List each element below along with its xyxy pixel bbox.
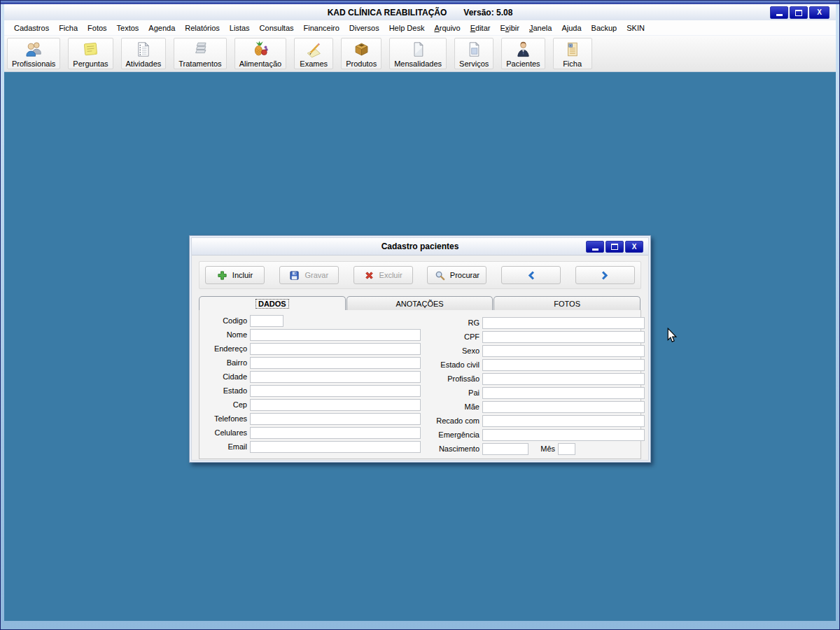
cep-input[interactable] [250,399,421,411]
dialog-minimize-button[interactable] [586,241,604,253]
menu-item-listas[interactable]: Listas [225,22,255,34]
previous-record-button[interactable] [501,266,561,284]
mes-input[interactable] [558,443,575,455]
minimize-button[interactable] [770,6,788,19]
field-label-email: Email [204,442,250,451]
save-icon [289,270,300,281]
bairro-input[interactable] [250,357,421,369]
email-input[interactable] [250,441,421,453]
menu-item-diversos[interactable]: Diversos [344,22,384,34]
tab-label: FOTOS [554,300,580,308]
rg-input[interactable] [482,317,645,329]
toolbar-button-tratamentos[interactable]: Tratamentos [174,38,226,69]
toolbar-button-exames[interactable]: Exames [294,38,333,69]
recado-com-input[interactable] [482,415,645,427]
procurar-button[interactable]: Procurar [427,266,486,284]
button-label: Excluir [379,271,402,279]
cidade-input[interactable] [250,371,421,383]
search-icon [435,270,445,281]
toolbar-button-mensalidades[interactable]: Mensalidades [389,38,447,69]
incluir-button[interactable]: Incluir [205,266,265,284]
field-label-telefones: Telefones [204,414,250,423]
toolbar-button-servicos[interactable]: Serviços [454,38,493,69]
toolbar-button-atividades[interactable]: Atividades [121,38,167,69]
maximize-button[interactable] [790,6,808,19]
estado-civil-input[interactable] [482,359,645,371]
dialog-close-button[interactable]: X [625,241,643,253]
field-label-bairro: Bairro [204,358,250,367]
toolbar-button-perguntas[interactable]: Perguntas [68,38,113,69]
menu-item-textos[interactable]: Textos [112,22,144,34]
fruit-icon [251,40,270,59]
endereco-input[interactable] [250,343,421,355]
toolbar-button-alimentacao[interactable]: Alimentação [234,38,287,69]
dialog-maximize-button[interactable] [606,241,624,253]
menu-item-label: Listas [230,24,250,32]
next-record-button[interactable] [575,266,635,284]
menu-item-ficha[interactable]: Ficha [54,22,83,34]
excluir-button[interactable]: Excluir [354,266,413,284]
field-label-sexo: Sexo [421,346,482,355]
profissao-input[interactable] [482,373,645,385]
menu-item-relatorios[interactable]: Relatórios [180,22,225,34]
menu-item-label: E [470,24,475,32]
tab-label: DADOS [255,299,289,309]
toolbar-button-pacientes[interactable]: Pacientes [501,38,545,69]
cpf-input[interactable] [482,331,645,343]
field-label-cep: Cep [204,400,250,409]
menu-item-fotos[interactable]: Fotos [83,22,112,34]
field-row-pai: Pai [421,386,645,400]
menu-item-backup[interactable]: Backup [587,22,622,34]
menu-item-ajuda[interactable]: Ajuda [556,22,586,34]
field-row-recado-com: Recado com [421,414,645,428]
celulares-input[interactable] [250,427,421,439]
close-button[interactable]: X [809,6,830,19]
menu-item-agenda[interactable]: Agenda [144,22,180,34]
menu-item-skin[interactable]: SKIN [622,22,650,34]
field-row-nascimento: Nascimento Mês [421,442,645,456]
menu-item-consultas[interactable]: Consultas [255,22,299,34]
field-row-nome: Nome [204,328,421,342]
window-controls: X [770,6,830,19]
professionals-icon [24,40,43,59]
menu-item-financeiro[interactable]: Financeiro [299,22,344,34]
codigo-input[interactable] [250,315,284,327]
tab-anotacoes[interactable]: ANOTAÇÕES [346,296,493,310]
menu-item-label: rquivo [440,24,461,32]
menu-item-arquivo[interactable]: Arquivo [429,22,465,34]
button-label: Procurar [450,271,479,279]
button-label: Incluir [232,271,253,279]
field-label-rg: RG [421,318,482,327]
tab-fotos[interactable]: FOTOS [493,296,640,310]
menu-item-cadastros[interactable]: Cadastros [9,22,54,34]
mae-input[interactable] [482,401,645,413]
menu-item-exibir[interactable]: Exibir [495,22,524,34]
menu-item-janela[interactable]: Janela [524,22,556,34]
toolbar-button-label: Atividades [126,59,162,68]
toolbar-button-ficha[interactable]: Ficha [553,38,592,69]
toolbar-button-produtos[interactable]: Produtos [341,38,382,69]
toolbar-button-profissionais[interactable]: Profissionais [7,38,60,69]
estado-input[interactable] [250,385,421,397]
main-toolbar: Profissionais Perguntas Atividades [4,35,836,72]
tab-dados[interactable]: DADOS [199,296,346,310]
close-icon: X [817,9,822,16]
field-label-profissao: Profissão [421,374,482,383]
telefones-input[interactable] [250,413,421,425]
menu-item-label: A [434,24,439,32]
menu-item-label: ditar [475,24,490,32]
pai-input[interactable] [482,387,645,399]
nome-input[interactable] [250,329,421,341]
menu-item-editar[interactable]: Editar [465,22,496,34]
form-col-left: CodigoNomeEndereçoBairroCidadeEstadoCepT… [204,314,421,458]
field-row-cpf: CPF [421,330,645,344]
gravar-button[interactable]: Gravar [279,266,339,284]
toolbar-button-label: Produtos [346,59,377,68]
cadastro-pacientes-dialog: Cadastro pacientes X Incluir [189,235,651,463]
nascimento-input[interactable] [482,443,528,455]
patient-icon [514,40,533,59]
emergencia-input[interactable] [482,429,645,441]
field-label-estado: Estado [204,386,250,395]
sexo-input[interactable] [482,345,645,357]
menu-item-help-desk[interactable]: Help Desk [384,22,430,34]
